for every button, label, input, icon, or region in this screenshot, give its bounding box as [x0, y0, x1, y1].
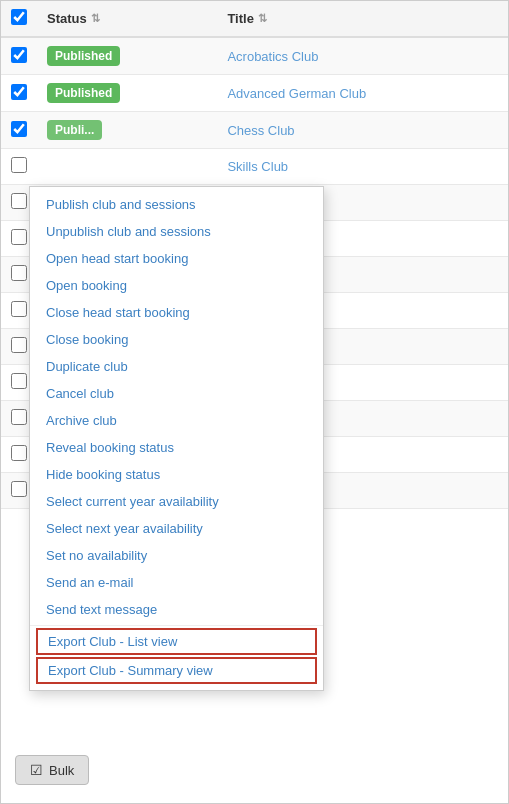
- menu-divider: [30, 625, 323, 626]
- menu-item-archive[interactable]: Archive club: [30, 407, 323, 434]
- menu-item-export-summary[interactable]: Export Club - Summary view: [36, 657, 317, 684]
- table-row: Published Acrobatics Club: [1, 38, 508, 75]
- row-checkbox[interactable]: [11, 193, 27, 209]
- table-row: Published Advanced German Club: [1, 75, 508, 112]
- row-checkbox[interactable]: [11, 301, 27, 317]
- row-checkbox[interactable]: [11, 481, 27, 497]
- row-checkbox[interactable]: [11, 337, 27, 353]
- bulk-label: Bulk: [49, 763, 74, 778]
- row-checkbox[interactable]: [11, 445, 27, 461]
- bulk-button[interactable]: ☑ Bulk: [15, 755, 89, 785]
- table-header: Status ⇅ Title ⇅: [1, 1, 508, 38]
- menu-item-close-head-start[interactable]: Close head start booking: [30, 299, 323, 326]
- title-col-label: Title: [227, 11, 254, 26]
- status-col-label: Status: [47, 11, 87, 26]
- row-title[interactable]: Skills Club: [227, 159, 288, 174]
- row-checkbox[interactable]: [11, 47, 27, 63]
- checkmark-icon: ☑: [30, 762, 43, 778]
- menu-item-set-no-availability[interactable]: Set no availability: [30, 542, 323, 569]
- menu-item-send-text[interactable]: Send text message: [30, 596, 323, 623]
- menu-item-hide-booking[interactable]: Hide booking status: [30, 461, 323, 488]
- title-sort-icon[interactable]: ⇅: [258, 12, 267, 25]
- row-checkbox[interactable]: [11, 409, 27, 425]
- row-checkbox[interactable]: [11, 373, 27, 389]
- menu-item-close-booking[interactable]: Close booking: [30, 326, 323, 353]
- menu-item-open-booking[interactable]: Open booking: [30, 272, 323, 299]
- table-row: Publi... Chess Club: [1, 112, 508, 149]
- row-checkbox[interactable]: [11, 121, 27, 137]
- header-status-col: Status ⇅: [47, 11, 227, 26]
- context-menu: Publish club and sessions Unpublish club…: [29, 186, 324, 691]
- menu-item-export-list[interactable]: Export Club - List view: [36, 628, 317, 655]
- menu-item-publish[interactable]: Publish club and sessions: [30, 191, 323, 218]
- row-checkbox[interactable]: [11, 229, 27, 245]
- status-badge: Published: [47, 46, 120, 66]
- menu-item-unpublish[interactable]: Unpublish club and sessions: [30, 218, 323, 245]
- row-title[interactable]: Advanced German Club: [227, 86, 366, 101]
- row-title[interactable]: Acrobatics Club: [227, 49, 318, 64]
- menu-item-cancel[interactable]: Cancel club: [30, 380, 323, 407]
- bulk-button-container: ☑ Bulk: [15, 755, 89, 785]
- row-checkbox[interactable]: [11, 157, 27, 173]
- row-checkbox[interactable]: [11, 265, 27, 281]
- menu-item-open-head-start[interactable]: Open head start booking: [30, 245, 323, 272]
- row-checkbox[interactable]: [11, 84, 27, 100]
- menu-item-reveal-booking[interactable]: Reveal booking status: [30, 434, 323, 461]
- row-title[interactable]: Chess Club: [227, 123, 294, 138]
- status-badge: Publi...: [47, 120, 102, 140]
- header-check-col: [11, 9, 47, 28]
- status-sort-icon[interactable]: ⇅: [91, 12, 100, 25]
- status-badge: Published: [47, 83, 120, 103]
- menu-item-send-email[interactable]: Send an e-mail: [30, 569, 323, 596]
- header-title-col: Title ⇅: [227, 11, 498, 26]
- menu-item-select-current-year[interactable]: Select current year availability: [30, 488, 323, 515]
- menu-item-select-next-year[interactable]: Select next year availability: [30, 515, 323, 542]
- menu-item-duplicate[interactable]: Duplicate club: [30, 353, 323, 380]
- select-all-checkbox[interactable]: [11, 9, 27, 25]
- table-row: Skills Club: [1, 149, 508, 185]
